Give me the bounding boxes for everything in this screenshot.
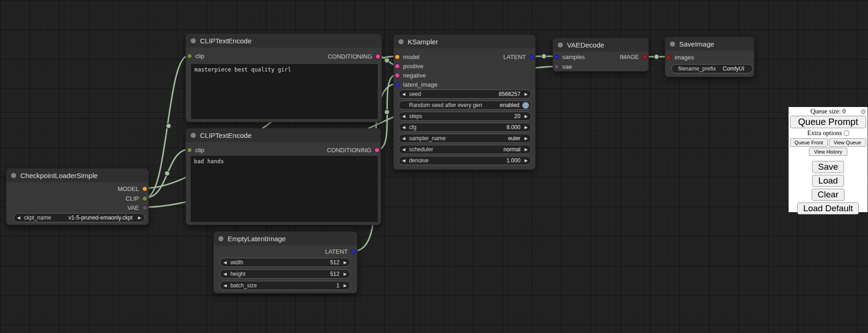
- seed-widget[interactable]: ◀ seed 8566257 ▶: [398, 89, 531, 99]
- right-arrow-icon[interactable]: ▶: [138, 216, 141, 220]
- height-widget[interactable]: ◀ height 512 ▶: [220, 269, 350, 279]
- queue-front-button[interactable]: Queue Front: [790, 138, 828, 147]
- queue-size-label: Queue size: 0: [810, 108, 845, 115]
- load-button[interactable]: Load: [812, 175, 844, 187]
- node-checkpoint-loader[interactable]: CheckpointLoaderSimple MODEL CLIP VAE ◀ …: [6, 168, 149, 225]
- scheduler-widget[interactable]: ◀ scheduler normal ▶: [398, 145, 531, 154]
- left-arrow-icon[interactable]: ◀: [402, 159, 405, 163]
- extra-options-checkbox[interactable]: [844, 131, 849, 136]
- output-slot-vae: VAE: [127, 203, 147, 212]
- queue-size-row: Queue size: 0 ⚙: [789, 107, 868, 115]
- clip-port-icon[interactable]: [187, 148, 192, 153]
- wire-midpoint-dot: [385, 58, 390, 63]
- right-arrow-icon[interactable]: ▶: [524, 137, 528, 141]
- clear-button[interactable]: Clear: [812, 189, 844, 201]
- right-arrow-icon[interactable]: ▶: [344, 272, 347, 276]
- left-arrow-icon[interactable]: ◀: [402, 114, 405, 119]
- node-titlebar[interactable]: KSampler: [394, 35, 535, 48]
- conditioning-port-icon[interactable]: [395, 73, 400, 78]
- image-port-icon[interactable]: [642, 54, 647, 59]
- cfg-widget[interactable]: ◀ cfg 8.000 ▶: [398, 123, 531, 132]
- latent-port-icon[interactable]: [554, 54, 559, 59]
- input-slot-images: images: [666, 53, 694, 62]
- input-slot-positive: positive: [395, 61, 423, 71]
- view-history-button[interactable]: View History: [809, 148, 847, 156]
- right-arrow-icon[interactable]: ▶: [344, 261, 347, 265]
- node-clip-text-encode-negative[interactable]: CLIPTextEncode clip CONDITIONING bad han…: [186, 128, 381, 225]
- input-slot-clip: clip: [187, 145, 205, 155]
- filename-prefix-widget[interactable]: filename_prefix ComfyUI: [671, 64, 753, 73]
- left-arrow-icon[interactable]: ◀: [223, 261, 227, 265]
- random-seed-widget[interactable]: Random seed after every gen enabled: [398, 101, 531, 110]
- wire-midpoint-dot: [542, 54, 547, 59]
- right-arrow-icon[interactable]: ▶: [524, 125, 528, 130]
- positive-prompt-textarea[interactable]: masterpiece best quality girl: [191, 64, 378, 119]
- image-port-icon[interactable]: [666, 55, 671, 60]
- left-arrow-icon[interactable]: ◀: [402, 137, 405, 141]
- ckpt-name-widget[interactable]: ◀ ckpt_name v1-5-pruned-emaonly.ckpt ▶: [13, 213, 145, 222]
- model-port-icon[interactable]: [142, 186, 147, 191]
- extra-options-label: Extra options: [807, 130, 842, 137]
- left-arrow-icon[interactable]: ◀: [17, 216, 20, 220]
- random-seed-toggle-icon[interactable]: [522, 102, 529, 109]
- steps-widget[interactable]: ◀ steps 20 ▶: [398, 112, 531, 121]
- node-titlebar[interactable]: VAEDecode: [553, 38, 648, 52]
- wire-midpoint-dot: [654, 54, 659, 59]
- node-status-dot-icon: [218, 236, 223, 241]
- sampler-name-widget[interactable]: ◀ sampler_name euler ▶: [398, 134, 531, 143]
- right-arrow-icon[interactable]: ▶: [344, 284, 347, 288]
- denoise-widget[interactable]: ◀ denoise 1.000 ▶: [398, 156, 531, 165]
- latent-port-icon[interactable]: [529, 54, 534, 59]
- node-ksampler[interactable]: KSampler model positive negative latent_…: [393, 35, 536, 170]
- model-port-icon[interactable]: [395, 54, 400, 59]
- right-arrow-icon[interactable]: ▶: [524, 159, 528, 163]
- left-arrow-icon[interactable]: ◀: [402, 125, 405, 130]
- load-default-button[interactable]: Load Default: [797, 202, 859, 214]
- node-save-image[interactable]: SaveImage images filename_prefix ComfyUI: [665, 37, 754, 77]
- settings-gear-icon[interactable]: ⚙: [860, 108, 866, 116]
- input-slot-samples: samples: [554, 52, 585, 61]
- latent-port-icon[interactable]: [395, 82, 400, 87]
- left-arrow-icon[interactable]: ◀: [223, 272, 227, 276]
- right-arrow-icon[interactable]: ▶: [524, 114, 528, 119]
- queue-prompt-button[interactable]: Queue Prompt: [790, 116, 866, 128]
- left-arrow-icon[interactable]: ◀: [223, 284, 227, 288]
- conditioning-port-icon[interactable]: [375, 54, 380, 59]
- left-arrow-icon[interactable]: ◀: [402, 92, 405, 96]
- conditioning-port-icon[interactable]: [395, 64, 400, 69]
- input-slot-clip: clip: [187, 51, 205, 60]
- extra-options-row: Extra options: [789, 130, 868, 137]
- clip-port-icon[interactable]: [142, 196, 147, 201]
- view-queue-button[interactable]: View Queue: [829, 138, 867, 147]
- node-status-dot-icon: [191, 133, 196, 138]
- node-titlebar[interactable]: CLIPTextEncode: [186, 129, 380, 142]
- node-clip-text-encode-positive[interactable]: CLIPTextEncode clip CONDITIONING masterp…: [186, 34, 382, 122]
- conditioning-port-icon[interactable]: [374, 148, 380, 153]
- output-slot-conditioning: CONDITIONING: [328, 52, 380, 61]
- right-arrow-icon[interactable]: ▶: [524, 148, 528, 152]
- node-title: CLIPTextEncode: [200, 37, 252, 45]
- comfyui-canvas[interactable]: { "canvas": { "background_color": "#2222…: [0, 0, 868, 333]
- node-titlebar[interactable]: CheckpointLoaderSimple: [6, 169, 148, 182]
- vae-port-icon[interactable]: [142, 205, 147, 210]
- wire-midpoint-dot: [165, 171, 170, 176]
- wire-midpoint-dot: [385, 110, 390, 115]
- node-status-dot-icon: [558, 42, 563, 48]
- clip-port-icon[interactable]: [187, 54, 192, 59]
- width-widget[interactable]: ◀ width 512 ▶: [220, 258, 350, 267]
- batch-size-widget[interactable]: ◀ batch_size 1 ▶: [220, 281, 350, 290]
- node-titlebar[interactable]: CLIPTextEncode: [186, 34, 381, 48]
- right-arrow-icon[interactable]: ▶: [524, 92, 528, 96]
- node-titlebar[interactable]: EmptyLatentImage: [214, 232, 357, 245]
- latent-port-icon[interactable]: [351, 249, 356, 254]
- vae-port-icon[interactable]: [554, 64, 559, 69]
- save-button[interactable]: Save: [812, 161, 844, 173]
- negative-prompt-textarea[interactable]: bad hands: [191, 156, 378, 222]
- node-empty-latent-image[interactable]: EmptyLatentImage LATENT ◀ width 512 ▶ ◀ …: [213, 232, 357, 293]
- node-title: EmptyLatentImage: [228, 235, 286, 243]
- node-vae-decode[interactable]: VAEDecode samples vae IMAGE: [553, 38, 649, 71]
- node-title: KSampler: [408, 38, 438, 46]
- node-status-dot-icon: [670, 42, 675, 47]
- node-titlebar[interactable]: SaveImage: [665, 37, 754, 51]
- left-arrow-icon[interactable]: ◀: [402, 148, 405, 152]
